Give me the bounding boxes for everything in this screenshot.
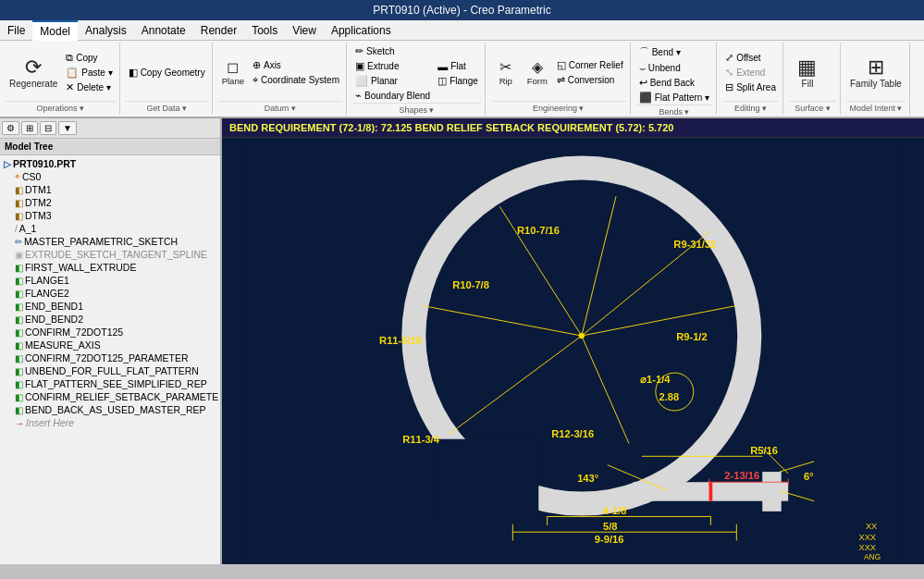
extrude-icon: ▣ [355,60,364,72]
tree-settings-button[interactable]: ⚙ [2,121,19,135]
regenerate-button[interactable]: ⟳ Regenerate [6,55,61,91]
viewport[interactable]: BEND REQUIREMENT (72-1/8): 72.125 BEND R… [222,118,924,564]
boundary-blend-button[interactable]: ⌁ Boundary Blend [352,89,433,103]
extend-button[interactable]: ⤡ Extend [722,66,779,80]
engineering-label: Engineering ▾ [491,101,626,113]
flat-pattern-button[interactable]: ⬛ Flat Pattern ▾ [636,91,712,105]
title-text: PRT0910 (Active) - Creo Parametric [373,4,551,17]
regenerate-label: Regenerate [9,79,57,89]
menu-model[interactable]: Model [32,20,78,41]
menu-file[interactable]: File [0,21,32,40]
menu-render[interactable]: Render [193,21,244,40]
copy-geometry-button[interactable]: ◧ Copy Geometry [126,66,208,80]
paste-button[interactable]: 📋 Paste ▾ [63,66,115,80]
split-area-icon: ⊟ [725,81,733,93]
tree-label-end-bend2: END_BEND2 [25,314,83,325]
tree-item-dtm1[interactable]: ◧ DTM1 [2,183,218,196]
axis-button[interactable]: ⊕ Axis [250,58,342,72]
tree-label-confirm-param: CONFIRM_72DOT125_PARAMETER [25,352,189,363]
menu-bar: File Model Analysis Annotate Render Tool… [0,20,924,41]
bend-button[interactable]: ⌒ Bend ▾ [636,44,712,60]
conversion-button[interactable]: ⇌ Conversion [554,73,626,87]
tree-item-first-wall[interactable]: ◧ FIRST_WALL_EXTRUDE [2,261,218,274]
menu-view[interactable]: View [285,21,324,40]
flange-icon: ◫ [437,75,447,87]
operations-label: Operations ▾ [6,101,116,113]
planar-button[interactable]: ⬜ Planar [352,74,433,88]
viewport-info-bar: BEND REQUIREMENT (72-1/8): 72.125 BEND R… [222,118,924,138]
unbend-button[interactable]: ⌣ Unbend [636,61,712,75]
axis-icon: ⊕ [253,59,261,71]
tree-item-dtm3[interactable]: ◧ DTM3 [2,209,218,222]
copy-button[interactable]: ⧉ Copy [63,51,115,65]
tree-expand-button[interactable]: ⊞ [21,121,38,135]
tree-item-confirm-relief[interactable]: ◧ CONFIRM_RELIEF_SETBACK_PARAMETE [2,390,218,403]
family-table-button[interactable]: ⊞ Family Table [846,55,906,91]
datum-small: ⊕ Axis ⌖ Coordinate System [250,58,342,87]
tree-item-bend-back[interactable]: ◧ BEND_BACK_AS_USED_MASTER_REP [2,403,218,416]
tree-item-insert-here[interactable]: → Insert Here [2,416,218,429]
plane-button[interactable]: ◻ Plane [218,58,248,88]
extrude-button[interactable]: ▣ Extrude [352,59,433,73]
menu-annotate[interactable]: Annotate [134,21,193,40]
tree-item-dtm2[interactable]: ◧ DTM2 [2,196,218,209]
svg-text:ANG: ANG [864,552,881,560]
corner-relief-button[interactable]: ◱ Corner Relief [554,58,626,72]
tree-item-prt0910[interactable]: ▷ PRT0910.PRT [2,157,218,170]
svg-text:R9-1/2: R9-1/2 [676,331,708,342]
fill-button[interactable]: ▦ Fill [789,55,826,91]
tree-item-a1[interactable]: / A_1 [2,222,218,235]
tree-item-unbend[interactable]: ◧ UNBEND_FOR_FULL_FLAT_PATTERN [2,364,218,377]
extend-icon: ⤡ [725,67,733,79]
tree-item-flange1[interactable]: ◧ FLANGE1 [2,274,218,287]
svg-rect-6 [709,482,713,500]
sketch-button[interactable]: ✏ Sketch [352,44,433,58]
tree-item-master-sketch[interactable]: ✏ MASTER_PARAMETRIC_SKETCH [2,235,218,248]
svg-text:5/8: 5/8 [603,521,618,532]
flange-button[interactable]: ◫ Flange [435,74,481,88]
tree-collapse-button[interactable]: ⊟ [40,121,56,135]
menu-applications[interactable]: Applications [324,21,399,40]
form-button[interactable]: ◈ Form [523,58,552,88]
ribbon-group-surface: ▦ Fill Surface ▾ [785,43,841,115]
svg-text:R5/16: R5/16 [750,445,778,456]
family-table-icon: ⊞ [868,57,884,78]
offset-icon: ⤢ [725,52,733,64]
split-area-button[interactable]: ⊟ Split Area [722,80,779,94]
tree-item-confirm-param[interactable]: ◧ CONFIRM_72DOT125_PARAMETER [2,351,218,364]
tree-item-confirm-72dot125[interactable]: ◧ CONFIRM_72DOT125 [2,326,218,339]
conversion-icon: ⇌ [557,74,565,86]
paste-icon: 📋 [66,67,79,79]
menu-tools[interactable]: Tools [244,21,285,40]
bends-small: ⌒ Bend ▾ ⌣ Unbend ↩ Bend Back ⬛ Flat Pat… [636,44,712,105]
svg-text:⌀1-1/4: ⌀1-1/4 [640,374,671,385]
delete-icon: ✕ [66,81,74,93]
coord-system-button[interactable]: ⌖ Coordinate System [250,73,342,87]
bend-back-button[interactable]: ↩ Bend Back [636,76,712,90]
tree-item-end-bend1[interactable]: ◧ END_BEND1 [2,300,218,313]
regenerate-icon: ⟳ [25,57,42,78]
tree-item-cs0[interactable]: ⌖ CS0 [2,170,218,183]
ribbon-group-getdata: ◧ Copy Geometry Get Data ▾ [122,43,213,115]
editing-small: ⤢ Offset ⤡ Extend ⊟ Split Area [722,51,779,94]
coord-icon: ⌖ [253,74,258,86]
viewport-canvas[interactable]: R10-7/16 R10-7/8 R9-31/32 R11-5/16 R9-1/… [222,138,924,560]
rip-button[interactable]: ✂ Rip [491,58,521,88]
unbend-icon: ⌣ [639,62,646,74]
boundary-blend-icon: ⌁ [355,90,362,102]
tree-item-end-bend2[interactable]: ◧ END_BEND2 [2,313,218,326]
delete-button[interactable]: ✕ Delete ▾ [63,80,115,94]
flat-button[interactable]: ▬ Flat [435,60,481,73]
tree-item-measure-axis[interactable]: ◧ MEASURE_AXIS [2,339,218,351]
info-bar-text: BEND REQUIREMENT (72-1/8): 72.125 BEND R… [229,122,673,133]
tree-filter-button[interactable]: ▼ [58,121,77,135]
tree-item-extrude-sketch[interactable]: ▣ EXTRUDE_SKETCH_TANGENT_SPLINE [2,248,218,261]
offset-button[interactable]: ⤢ Offset [722,51,779,65]
tree-item-flat-pattern[interactable]: ◧ FLAT_PATTERN_SEE_SIMPLIFIED_REP [2,377,218,390]
operations-buttons: ⟳ Regenerate ⧉ Copy 📋 Paste ▾ ✕ Delete ▾ [6,44,116,101]
model-intent-buttons: ⊞ Family Table [846,44,906,101]
menu-analysis[interactable]: Analysis [78,21,134,40]
engineering-buttons: ✂ Rip ◈ Form ◱ Corner Relief ⇌ Conversio… [491,44,626,101]
tree-item-flange2[interactable]: ◧ FLANGE2 [2,287,218,300]
svg-text:R10-7/8: R10-7/8 [452,279,489,290]
